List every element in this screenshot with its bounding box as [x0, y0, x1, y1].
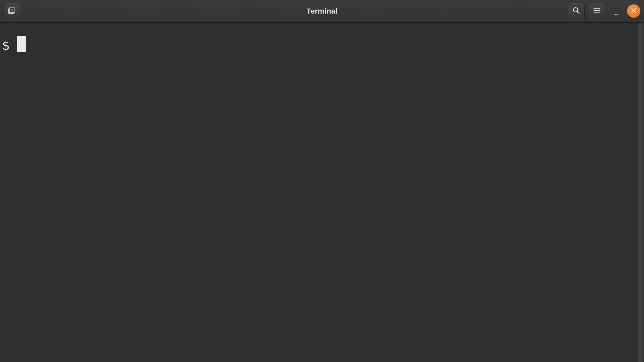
svg-line-5	[577, 12, 579, 14]
menu-button[interactable]	[589, 3, 605, 19]
prompt-line: $	[2, 38, 642, 54]
search-icon	[572, 7, 580, 16]
cursor	[17, 36, 26, 52]
prompt: $	[2, 38, 17, 54]
terminal-viewport[interactable]: $	[0, 23, 644, 362]
new-tab-icon	[8, 7, 16, 15]
titlebar-right	[568, 3, 640, 19]
minimize-icon	[613, 9, 619, 17]
search-button[interactable]	[568, 3, 585, 19]
window-title: Terminal	[307, 7, 338, 15]
hamburger-icon	[593, 7, 601, 15]
new-tab-button[interactable]	[4, 3, 20, 19]
close-icon	[631, 8, 637, 15]
minimize-button[interactable]	[609, 4, 623, 18]
close-button[interactable]	[627, 4, 640, 18]
scrollbar-thumb[interactable]	[638, 23, 643, 362]
scrollbar-track[interactable]	[637, 23, 644, 362]
titlebar-left	[4, 3, 20, 19]
titlebar: Terminal	[0, 0, 644, 23]
